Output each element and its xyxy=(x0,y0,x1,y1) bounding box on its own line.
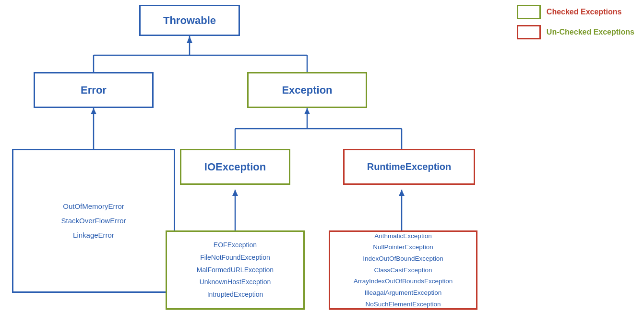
rt-sub-arithmatic: ArithmaticException xyxy=(374,230,431,242)
io-sub-eof: EOFException xyxy=(214,239,257,252)
legend-checked-label: Checked Exceptions xyxy=(547,8,622,16)
error-subclass-outofmemory: OutOfMemoryError xyxy=(63,199,124,214)
legend-unchecked-label: Un-Checked Exceptions xyxy=(547,28,634,36)
legend-checked-box xyxy=(517,5,541,19)
legend-checked: Checked Exceptions xyxy=(517,5,634,19)
error-label: Error xyxy=(81,84,107,97)
svg-marker-20 xyxy=(91,108,96,114)
error-node: Error xyxy=(34,72,154,108)
rt-sub-nosuchelement: NoSuchElementException xyxy=(366,299,441,310)
svg-line-2 xyxy=(187,38,307,74)
throwable-node: Throwable xyxy=(139,5,240,36)
svg-marker-10 xyxy=(232,187,238,193)
rt-sub-indexoutofbound: IndexOutOfBoundException xyxy=(363,253,443,265)
io-sub-intrupted: IntruptedException xyxy=(207,289,263,301)
io-subclasses-node: EOFException FileNotFoundException MalFo… xyxy=(166,230,305,310)
runtime-subclasses-node: ArithmaticException NullPointerException… xyxy=(329,230,477,310)
rt-sub-nullpointer: NullPointerException xyxy=(373,242,433,253)
svg-marker-25 xyxy=(304,108,310,114)
exception-label: Exception xyxy=(282,84,332,97)
exception-node: Exception xyxy=(247,72,367,108)
legend-unchecked: Un-Checked Exceptions xyxy=(517,25,634,39)
svg-line-8 xyxy=(307,113,417,154)
io-sub-unknownhost: UnknownHostException xyxy=(200,276,271,289)
rt-sub-illegalarg: IlleagalArgumentException xyxy=(365,287,442,299)
legend-unchecked-box xyxy=(517,25,541,39)
ioexception-node: IOException xyxy=(180,149,290,185)
svg-marker-7 xyxy=(304,108,310,114)
error-subclasses-node: OutOfMemoryError StackOverFlowError Link… xyxy=(12,149,175,293)
svg-line-0 xyxy=(94,38,187,74)
diagram: Throwable Error Exception OutOfMemoryErr… xyxy=(0,0,644,314)
rt-sub-arrayindex: ArrayIndexOutOfBoundsException xyxy=(354,276,453,287)
ioexception-label: IOException xyxy=(204,161,266,173)
runtimeexception-label: RuntimeException xyxy=(367,161,452,172)
svg-marker-29 xyxy=(399,190,405,196)
rt-sub-classcast: ClassCastException xyxy=(374,265,432,276)
throwable-label: Throwable xyxy=(163,14,216,27)
svg-marker-27 xyxy=(232,190,238,196)
svg-marker-5 xyxy=(91,108,96,114)
io-sub-filenotfound: FileNotFoundException xyxy=(200,252,270,264)
io-sub-malformedurl: MalFormedURLException xyxy=(197,264,274,277)
svg-marker-18 xyxy=(187,36,192,43)
svg-line-6 xyxy=(235,113,307,154)
error-subclass-linkage: LinkageError xyxy=(73,228,114,242)
legend: Checked Exceptions Un-Checked Exceptions xyxy=(517,5,634,45)
error-subclass-stackoverflow: StackOverFlowError xyxy=(61,214,126,228)
svg-marker-12 xyxy=(415,187,420,193)
runtimeexception-node: RuntimeException xyxy=(343,149,475,185)
